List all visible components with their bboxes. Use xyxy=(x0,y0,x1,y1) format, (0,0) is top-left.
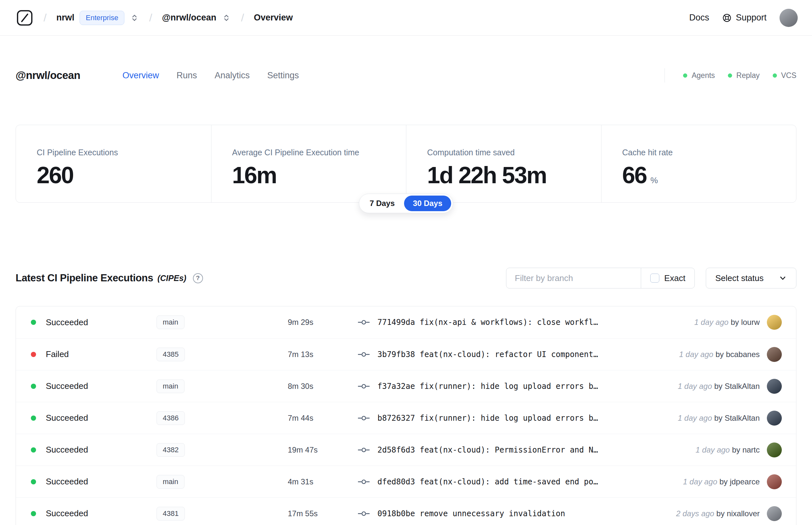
stat-label: Average CI Pipeline Execution time xyxy=(232,148,400,157)
branch-badge: main xyxy=(156,315,184,329)
date-range-toggle: 7 Days 30 Days xyxy=(359,194,453,213)
workspace-switcher-button[interactable] xyxy=(221,13,231,23)
commit-text: f37a32ae fix(runner): hide log upload er… xyxy=(378,382,598,391)
green-status-dot xyxy=(728,73,732,78)
stat-value: 66 % xyxy=(622,162,790,189)
meta-text: 1 day ago by StalkAltan xyxy=(678,414,760,423)
green-status-dot xyxy=(683,73,687,78)
branch-cell: main xyxy=(156,379,288,393)
stat-suffix: % xyxy=(650,176,658,185)
range-7-days-button[interactable]: 7 Days xyxy=(361,196,403,211)
duration-cell: 4m 31s xyxy=(288,477,358,486)
time-ago: 1 day ago xyxy=(696,446,730,454)
duration-cell: 9m 29s xyxy=(288,318,358,327)
table-row[interactable]: Succeeded 4386 7m 44s b8726327 fix(runne… xyxy=(16,402,796,434)
table-row[interactable]: Succeeded main 9m 29s 771499da fix(nx-ap… xyxy=(16,306,796,338)
support-lifebuoy-icon xyxy=(722,13,732,23)
table-row[interactable]: Succeeded 4382 19m 47s 2d58f6d3 feat(nx-… xyxy=(16,434,796,466)
breadcrumb-separator: / xyxy=(241,11,244,24)
commit-cell: f37a32ae fix(runner): hide log upload er… xyxy=(358,382,678,391)
org-switcher-button[interactable] xyxy=(129,13,139,23)
section-title-suffix: (CIPEs) xyxy=(157,273,186,283)
author: by nartc xyxy=(732,446,760,454)
commit-text: b8726327 fix(runner): hide log upload er… xyxy=(378,414,598,423)
author-avatar xyxy=(767,315,782,330)
integration-statuses: Agents Replay VCS xyxy=(683,71,796,80)
breadcrumb-separator: / xyxy=(44,11,46,24)
support-link[interactable]: Support xyxy=(722,13,767,23)
commit-hash: b8726327 xyxy=(378,414,415,423)
range-30-days-button[interactable]: 30 Days xyxy=(404,196,451,211)
branch-badge: main xyxy=(156,475,184,489)
exact-match-toggle[interactable]: Exact xyxy=(641,268,694,288)
commit-hash: dfed80d3 xyxy=(378,477,415,486)
commit-message: fix(nx-api & workflows): close workfl… xyxy=(420,318,598,327)
meta-cell: 1 day ago by jdpearce xyxy=(683,474,796,489)
git-commit-icon xyxy=(358,446,370,454)
author-avatar xyxy=(767,442,782,457)
tab-overview[interactable]: Overview xyxy=(122,71,159,80)
table-row[interactable]: Succeeded 4381 17m 55s 0918b0be remove u… xyxy=(16,497,796,525)
tab-runs[interactable]: Runs xyxy=(177,71,197,80)
support-label: Support xyxy=(736,13,767,23)
git-commit-icon xyxy=(358,382,370,390)
commit-message: remove unnecessary invalidation xyxy=(420,509,565,518)
meta-text: 2 days ago by nixallover xyxy=(676,509,760,518)
commit-message: feat(nx-cloud): PermissionError and N… xyxy=(420,446,598,454)
status-label: Succeeded xyxy=(46,477,88,487)
commit-cell: 771499da fix(nx-api & workflows): close … xyxy=(358,318,694,327)
git-commit-icon xyxy=(358,414,370,422)
stat-card-time-saved: Computation time saved 1d 22h 53m xyxy=(406,125,601,202)
duration-cell: 7m 13s xyxy=(288,350,358,359)
exact-checkbox[interactable] xyxy=(650,273,659,283)
status-replay-label: Replay xyxy=(736,71,760,80)
chevron-up-down-icon xyxy=(222,14,231,22)
stat-label: Computation time saved xyxy=(427,148,595,157)
branch-cell: main xyxy=(156,475,288,489)
meta-text: 1 day ago by jdpearce xyxy=(683,477,760,486)
commit-text: 771499da fix(nx-api & workflows): close … xyxy=(378,318,598,327)
status-dot xyxy=(31,352,36,357)
tab-settings[interactable]: Settings xyxy=(267,71,299,80)
status-cell: Succeeded xyxy=(16,477,156,487)
status-cell: Succeeded xyxy=(16,508,156,519)
status-label: Succeeded xyxy=(46,445,88,455)
docs-link[interactable]: Docs xyxy=(689,13,709,23)
help-icon[interactable]: ? xyxy=(193,273,203,283)
branch-cell: main xyxy=(156,315,288,329)
author: by nixallover xyxy=(717,509,760,518)
status-dot xyxy=(31,384,36,389)
author-avatar xyxy=(767,347,782,362)
breadcrumb-current-page: Overview xyxy=(254,13,293,23)
org-name[interactable]: nrwl xyxy=(56,13,74,23)
time-ago: 1 day ago xyxy=(678,382,712,390)
status-vcs[interactable]: VCS xyxy=(773,71,796,80)
commit-cell: 3b79fb38 feat(nx-cloud): refactor UI com… xyxy=(358,350,679,359)
workspace-name[interactable]: @nrwl/ocean xyxy=(162,13,216,23)
status-replay[interactable]: Replay xyxy=(728,71,760,80)
status-select-label: Select status xyxy=(715,273,764,283)
status-cell: Succeeded xyxy=(16,317,156,328)
stat-value: 260 xyxy=(37,162,205,189)
stat-card-avg-time: Average CI Pipeline Execution time 16m xyxy=(211,125,406,202)
table-row[interactable]: Succeeded main 4m 31s dfed80d3 feat(nx-c… xyxy=(16,466,796,497)
breadcrumb-workspace: @nrwl/ocean xyxy=(162,13,231,23)
stat-card-cache-hit-rate: Cache hit rate 66 % xyxy=(601,125,796,202)
commit-message: fix(runner): hide log upload errors b… xyxy=(420,382,598,391)
author: by StalkAltan xyxy=(714,414,760,422)
meta-cell: 1 day ago by nartc xyxy=(696,442,796,457)
green-status-dot xyxy=(773,73,777,78)
author-avatar xyxy=(767,506,782,521)
table-row[interactable]: Failed 4385 7m 13s 3b79fb38 feat(nx-clou… xyxy=(16,338,796,370)
status-select-button[interactable]: Select status xyxy=(706,268,796,288)
nx-cloud-logo[interactable] xyxy=(16,9,34,27)
stat-label: CI Pipeline Executions xyxy=(37,148,205,157)
status-agents[interactable]: Agents xyxy=(683,71,715,80)
user-avatar[interactable] xyxy=(780,9,798,27)
branch-filter-input[interactable] xyxy=(506,268,641,288)
table-row[interactable]: Succeeded main 8m 30s f37a32ae fix(runne… xyxy=(16,370,796,402)
author: by lourw xyxy=(731,318,760,327)
commit-text: dfed80d3 feat(nx-cloud): add time-saved … xyxy=(378,477,598,486)
commit-text: 3b79fb38 feat(nx-cloud): refactor UI com… xyxy=(378,350,598,359)
tab-analytics[interactable]: Analytics xyxy=(215,71,250,80)
